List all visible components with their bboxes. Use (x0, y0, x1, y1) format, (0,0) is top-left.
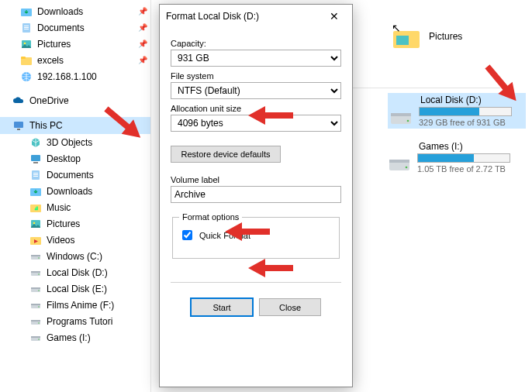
item-icon (29, 299, 42, 311)
folder-icon (20, 22, 33, 34)
nav-label: Documents (37, 22, 133, 33)
nav-item[interactable]: Windows (C:) (0, 248, 150, 264)
item-icon (29, 234, 42, 246)
item-icon (29, 250, 42, 263)
nav-label: Films Anime (F:) (47, 300, 150, 311)
item-icon (29, 315, 42, 328)
nav-label: OneDrive (29, 95, 150, 106)
filesystem-select[interactable]: NTFS (Default) (171, 82, 341, 99)
nav-item[interactable]: Pictures 📌 (0, 36, 150, 52)
drives-list: Local Disk (D:) 329 GB free of 931 GB Ga… (388, 93, 526, 186)
nav-label: 3D Objects (47, 137, 150, 148)
volume-label-input[interactable] (171, 186, 341, 203)
folder-icon (20, 5, 33, 18)
item-icon (29, 136, 42, 149)
allocation-label: Allocation unit size (171, 104, 341, 113)
nav-label: Videos (47, 235, 150, 246)
format-options-group: Format options Quick Format (172, 212, 340, 259)
nav-item[interactable]: Games (I:) (0, 329, 150, 346)
filesystem-label: File system (171, 71, 341, 81)
pictures-tile[interactable]: Pictures (392, 23, 462, 50)
nav-item[interactable]: Documents 📌 (0, 19, 150, 36)
pin-icon: 📌 (138, 56, 147, 64)
pin-icon: 📌 (138, 7, 147, 15)
nav-item[interactable]: Local Disk (D:) (0, 264, 150, 280)
nav-label: 192.168.1.100 (37, 71, 150, 82)
dialog-titlebar[interactable]: Format Local Disk (D:) ✕ (160, 5, 352, 28)
nav-item[interactable]: Downloads (0, 183, 150, 199)
quick-format-row[interactable]: Quick Format (179, 228, 333, 242)
nav-item[interactable]: excels 📌 (0, 52, 150, 68)
format-dialog: Format Local Disk (D:) ✕ ↖ Capacity: 931… (159, 4, 353, 387)
folder-icon (20, 54, 33, 67)
cursor-icon: ↖ (392, 22, 401, 34)
nav-label: Windows (C:) (47, 251, 150, 262)
quick-format-checkbox[interactable] (182, 230, 192, 240)
item-icon (29, 153, 42, 165)
drive-item[interactable]: Games (I:) 1.05 TB free of 2.72 TB (388, 141, 526, 174)
nav-label: Music (47, 202, 150, 213)
nav-label: Games (I:) (47, 332, 150, 343)
item-icon (29, 185, 42, 198)
drive-free: 329 GB free of 931 GB (419, 118, 524, 127)
nav-label: This PC (29, 120, 150, 131)
disk-icon (388, 155, 411, 172)
allocation-select[interactable]: 4096 bytes (171, 115, 341, 132)
nav-this-pc[interactable]: This PC (0, 117, 150, 134)
cloud-icon (12, 95, 25, 107)
nav-item[interactable]: Music (0, 199, 150, 215)
nav-label: Pictures (47, 218, 150, 229)
folder-icon (20, 70, 33, 83)
quick-format-label: Quick Format (199, 231, 250, 240)
nav-item[interactable]: 192.168.1.100 (0, 68, 150, 84)
drive-name: Games (I:) (419, 141, 526, 152)
tile-label: Pictures (429, 31, 462, 42)
usage-bar (419, 107, 512, 116)
folder-icon (20, 38, 33, 50)
nav-label: Local Disk (E:) (47, 284, 150, 294)
format-options-label: Format options (179, 212, 242, 222)
pc-icon (12, 119, 25, 132)
nav-label: Downloads (47, 186, 150, 197)
item-icon (29, 169, 42, 181)
nav-item[interactable]: Videos (0, 232, 150, 248)
pin-icon: 📌 (138, 40, 147, 48)
drive-item[interactable]: Local Disk (D:) 329 GB free of 931 GB (388, 93, 526, 129)
volume-label-label: Volume label (171, 175, 341, 184)
item-icon (29, 332, 42, 344)
nav-item[interactable]: Documents (0, 167, 150, 183)
drive-free: 1.05 TB free of 2.72 TB (417, 164, 526, 174)
nav-label: Downloads (37, 6, 133, 17)
nav-item[interactable]: Desktop (0, 150, 150, 167)
nav-label: Local Disk (D:) (47, 267, 150, 278)
restore-defaults-button[interactable]: Restore device defaults (171, 146, 281, 163)
nav-item[interactable]: Programs Tutori (0, 313, 150, 329)
nav-tree: Downloads 📌 Documents 📌 Pictures 📌 excel… (0, 0, 151, 392)
nav-label: Programs Tutori (47, 316, 150, 327)
item-icon (29, 283, 42, 295)
drive-name: Local Disk (D:) (420, 95, 524, 105)
close-icon[interactable]: ✕ (323, 10, 346, 22)
close-button[interactable]: Close (259, 298, 321, 316)
nav-item[interactable]: Local Disk (E:) (0, 280, 150, 297)
dialog-title: Format Local Disk (D:) (166, 11, 323, 22)
nav-label: Documents (47, 170, 150, 181)
capacity-label: Capacity: (171, 39, 341, 48)
nav-item[interactable]: Films Anime (F:) (0, 297, 150, 313)
nav-label: Pictures (37, 39, 133, 50)
item-icon (29, 218, 42, 230)
disk-icon (389, 108, 413, 126)
item-icon (29, 201, 42, 214)
nav-item[interactable]: Pictures (0, 215, 150, 232)
item-icon (29, 266, 42, 279)
nav-onedrive[interactable]: OneDrive (0, 92, 150, 109)
nav-item[interactable]: Downloads 📌 (0, 3, 150, 19)
pin-icon: 📌 (138, 23, 147, 32)
nav-label: Desktop (47, 153, 150, 164)
nav-label: excels (37, 55, 133, 66)
usage-bar (417, 153, 510, 163)
start-button[interactable]: Start (191, 298, 253, 316)
capacity-select[interactable]: 931 GB (171, 50, 341, 67)
nav-item[interactable]: 3D Objects (0, 134, 150, 150)
